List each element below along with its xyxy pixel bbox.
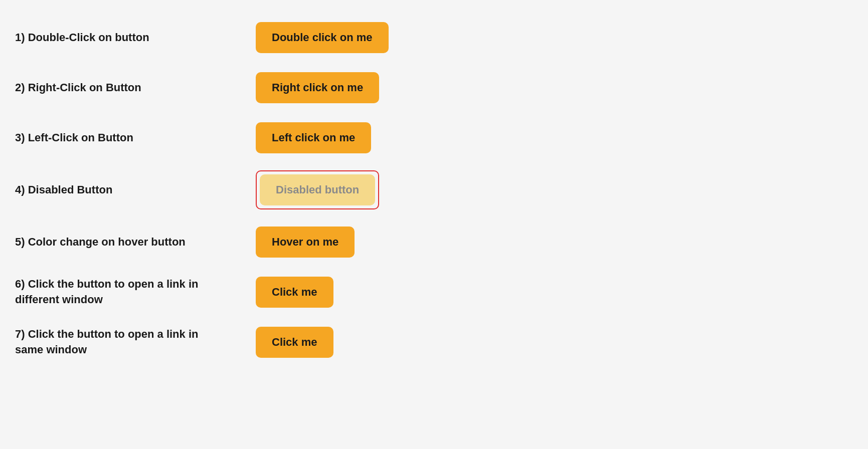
btn-area-double-click: Double click on me [256, 22, 389, 53]
label-double-click: 1) Double-Click on button [15, 30, 256, 46]
row-right-click: 2) Right-Click on Button Right click on … [15, 70, 853, 105]
disabled-button-wrapper: Disabled button [256, 170, 379, 209]
btn-area-disabled: Disabled button [256, 170, 379, 209]
btn-area-open-different: Click me [256, 277, 333, 308]
row-open-different: 6) Click the button to open a link in di… [15, 275, 853, 310]
label-disabled: 4) Disabled Button [15, 182, 256, 198]
row-open-same: 7) Click the button to open a link in sa… [15, 325, 853, 360]
open-same-button[interactable]: Click me [256, 327, 333, 358]
row-hover: 5) Color change on hover button Hover on… [15, 224, 853, 260]
right-click-button[interactable]: Right click on me [256, 72, 379, 103]
btn-area-open-same: Click me [256, 327, 333, 358]
label-left-click: 3) Left-Click on Button [15, 130, 256, 146]
double-click-button[interactable]: Double click on me [256, 22, 389, 53]
label-hover: 5) Color change on hover button [15, 235, 256, 250]
row-left-click: 3) Left-Click on Button Left click on me [15, 120, 853, 155]
disabled-button: Disabled button [260, 174, 375, 205]
row-disabled: 4) Disabled Button Disabled button [15, 170, 853, 209]
open-different-button[interactable]: Click me [256, 277, 333, 308]
btn-area-hover: Hover on me [256, 227, 355, 258]
left-click-button[interactable]: Left click on me [256, 122, 371, 153]
hover-button[interactable]: Hover on me [256, 227, 355, 258]
btn-area-left-click: Left click on me [256, 122, 371, 153]
label-open-same: 7) Click the button to open a link in sa… [15, 327, 256, 358]
btn-area-right-click: Right click on me [256, 72, 379, 103]
row-double-click: 1) Double-Click on button Double click o… [15, 20, 853, 55]
label-right-click: 2) Right-Click on Button [15, 80, 256, 96]
label-open-different: 6) Click the button to open a link in di… [15, 277, 256, 308]
